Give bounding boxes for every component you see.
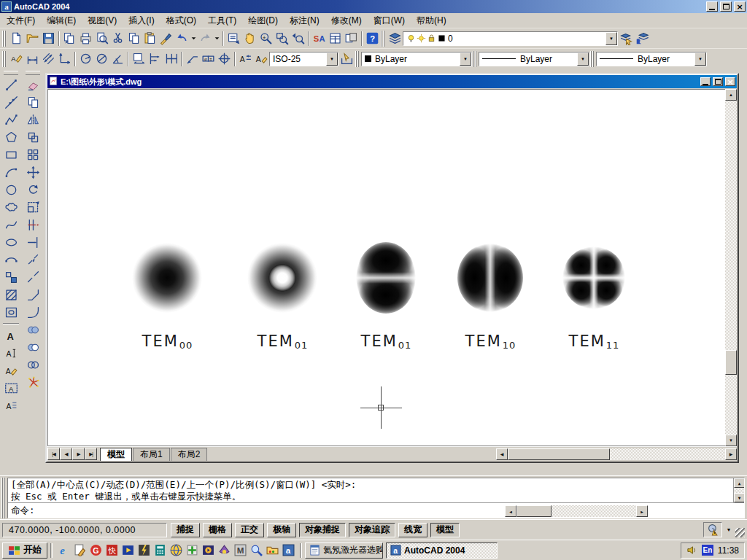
tab-last-button[interactable]: ▶| [85,448,97,460]
menu-item[interactable]: 工具(T) [202,12,242,29]
scroll-down-icon[interactable]: ▼ [725,435,737,446]
tab-模型[interactable]: 模型 [100,448,132,461]
construction-line-icon[interactable] [2,93,20,111]
maximize-button[interactable] [720,1,732,12]
zoom-previous-icon[interactable] [290,31,306,47]
cut-icon[interactable] [109,31,125,47]
text-scale-icon[interactable]: A [2,379,20,397]
status-menu-arrow-icon[interactable]: ▼ [724,527,733,532]
minimize-button[interactable] [706,1,718,12]
offset-icon[interactable] [24,128,42,146]
polygon-icon[interactable] [2,128,20,146]
erase-icon[interactable] [24,76,42,93]
chevron-down-icon[interactable]: ▼ [460,52,471,66]
toolbar-grip[interactable] [2,51,6,67]
revcloud-icon[interactable] [2,198,20,216]
undo-icon[interactable] [174,31,190,47]
hatch-icon[interactable] [2,286,20,303]
chevron-down-icon[interactable]: ▼ [577,52,589,66]
tab-prev-button[interactable]: ◀ [60,448,72,460]
toggle-对象捕捉[interactable]: 对象捕捉 [299,523,346,537]
toolbar-grip[interactable] [2,31,6,47]
dim-diameter-icon[interactable] [93,51,109,67]
folder-icon[interactable] [266,544,279,556]
region-icon[interactable] [2,303,20,321]
tab-布局1[interactable]: 布局1 [133,448,170,461]
text-style-icon[interactable]: SA [311,31,327,47]
globe-icon[interactable] [170,544,182,556]
move-icon[interactable] [24,163,42,181]
zoom-icon[interactable]: ± [258,31,274,47]
notepad-icon[interactable] [74,544,86,556]
center-mark-icon[interactable] [216,51,232,67]
extend-icon[interactable] [24,233,42,251]
make-current-icon[interactable] [618,31,634,47]
menu-item[interactable]: 插入(I) [123,12,160,29]
vertical-scroll-thumb[interactable] [725,350,737,375]
rectangle-icon[interactable] [2,146,20,163]
menu-item[interactable]: 编辑(E) [41,12,82,29]
match-properties-icon[interactable] [158,31,174,47]
single-text-icon[interactable]: A [2,344,20,362]
drawing-titlebar[interactable]: E:\图纸\外形\模式.dwg × [47,75,737,88]
subtract-icon[interactable] [24,338,42,356]
rotate-icon[interactable] [24,181,42,198]
toolbar-grip[interactable] [473,51,476,67]
dim-baseline-icon[interactable] [147,51,163,67]
help-icon[interactable]: ? [364,31,380,47]
break-point-icon[interactable] [24,251,42,268]
toggle-模型[interactable]: 模型 [430,523,460,537]
toolbar-grip[interactable] [4,71,18,75]
menu-item[interactable]: 格式(O) [160,12,202,29]
linetype-combo[interactable]: ByLayer ▼ [479,52,589,66]
line-icon[interactable] [2,76,20,93]
m-app-icon[interactable]: M [234,544,247,556]
drawing-canvas[interactable]: TEM00TEM01TEM01TEM10TEM11 [47,89,725,446]
toggle-对象追踪[interactable]: 对象追踪 [349,523,395,537]
scroll-right-icon[interactable]: ▶ [725,448,737,460]
menu-item[interactable]: 帮助(H) [411,12,452,29]
media-player-icon[interactable] [122,544,134,556]
chevron-down-icon[interactable]: ▼ [694,52,706,66]
array-icon[interactable] [24,146,42,163]
horizontal-scroll-thumb[interactable] [516,505,551,517]
real-player-icon[interactable] [202,544,214,556]
scroll-right-icon[interactable]: ▶ [636,505,648,517]
plugin-icon[interactable] [186,544,198,556]
layer-previous-icon[interactable] [634,31,650,47]
menu-item[interactable]: 绘图(D) [242,12,284,29]
lineweight-combo[interactable]: ByLayer ▼ [596,52,707,66]
dim-ordinate-icon[interactable] [56,51,72,67]
chamfer-icon[interactable] [24,286,42,303]
close-button[interactable]: × [734,1,746,12]
command-horizontal-scrollbar[interactable]: ◀ ▶ [505,505,648,517]
copy-icon[interactable] [125,31,142,47]
pan-icon[interactable] [241,31,258,47]
redo-icon[interactable] [197,31,213,47]
dim-linear-icon[interactable] [24,51,40,67]
menu-item[interactable]: 窗口(W) [368,12,411,29]
mtext-icon[interactable]: A [2,327,20,344]
horizontal-scrollbar[interactable]: ◀ ▶ [496,448,737,460]
command-window-grip[interactable] [1,478,6,518]
flashget-icon[interactable]: G [90,544,102,556]
volume-icon[interactable] [686,545,697,556]
dim-edit-icon[interactable]: A [237,51,253,67]
tab-first-button[interactable]: |◀ [47,448,60,460]
resize-grip[interactable] [735,528,745,537]
scale-icon[interactable] [24,198,42,216]
toggle-捕捉[interactable]: 捕捉 [171,523,200,537]
toolbar-grip[interactable] [590,51,594,67]
doc-close-button[interactable]: × [725,77,735,86]
vertical-scrollbar[interactable]: ▲ ▼ [725,89,737,446]
dim-angular-icon[interactable] [109,51,125,67]
ie-icon[interactable]: e [58,544,70,556]
ellipse-icon[interactable] [2,233,20,251]
zoom-window-icon[interactable] [274,31,290,47]
layer-combo[interactable]: 0 ▼ [403,31,618,46]
start-button[interactable]: 开始 [2,542,47,559]
horizontal-scroll-thumb[interactable] [508,448,610,460]
quick-leader-icon[interactable] [184,51,200,67]
mirror-icon[interactable] [24,111,42,128]
communication-center-icon[interactable] [703,522,722,537]
